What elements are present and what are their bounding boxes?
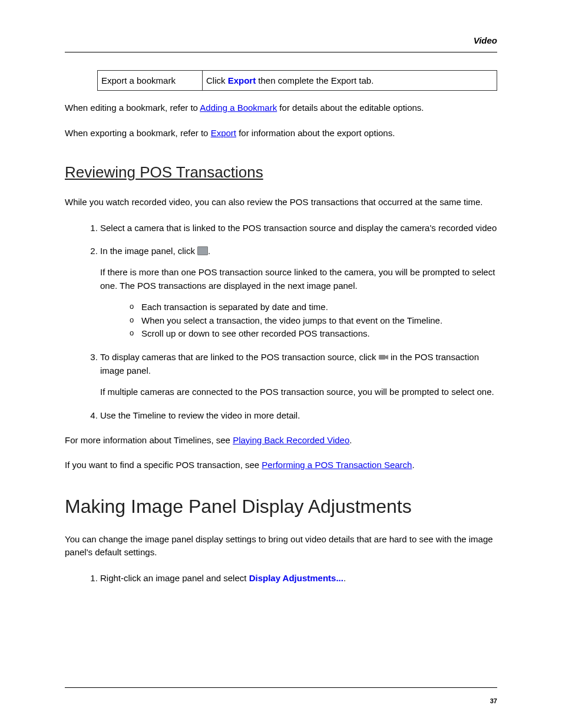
paragraph-pos-intro: While you watch recorded video, you can … (65, 196, 497, 209)
pos-steps-list: Select a camera that is linked to the PO… (65, 221, 497, 422)
text: . (412, 460, 414, 470)
list-item: Scroll up or down to see other recorded … (130, 327, 497, 341)
text: . (349, 435, 352, 445)
export-keyword: Export (228, 75, 256, 85)
paragraph-exporting-bookmark: When exporting a bookmark, refer to Expo… (65, 127, 497, 140)
table-row: Export a bookmark Click Export then comp… (98, 71, 497, 91)
footer-rule (65, 687, 497, 688)
header-section-label: Video (474, 35, 497, 45)
link-playing-back-video[interactable]: Playing Back Recorded Video (233, 435, 349, 445)
text: . (208, 246, 210, 256)
text: for information about the export options… (236, 128, 395, 138)
table-cell-desc: Click Export then complete the Export ta… (203, 71, 497, 91)
paragraph-pos-search-link: If you want to find a specific POS trans… (65, 459, 497, 472)
list-item: To display cameras that are linked to th… (100, 350, 497, 399)
text: If you want to find a specific POS trans… (65, 460, 262, 470)
text: To display cameras that are linked to th… (100, 352, 379, 362)
svg-marker-1 (385, 355, 388, 360)
link-adding-bookmark[interactable]: Adding a Bookmark (200, 103, 277, 113)
text: For more information about Timelines, se… (65, 435, 233, 445)
text: When editing a bookmark, refer to (65, 103, 200, 113)
link-export[interactable]: Export (211, 128, 236, 138)
header-rule (65, 52, 497, 52)
svg-rect-0 (379, 355, 385, 360)
text: . (343, 573, 346, 583)
pos-panel-icon (197, 246, 208, 255)
page-number: 37 (490, 697, 497, 704)
document-page: Video Export a bookmark Click Export the… (0, 0, 562, 728)
heading-image-panel-adjustments: Making Image Panel Display Adjustments (65, 496, 497, 518)
text: for details about the editable options. (277, 103, 424, 113)
list-item: Select a camera that is linked to the PO… (100, 221, 497, 235)
bookmark-action-table: Export a bookmark Click Export then comp… (97, 70, 497, 91)
list-item: In the image panel, click . If there is … (100, 244, 497, 341)
paragraph-adjustments-intro: You can change the image panel display s… (65, 533, 497, 559)
link-pos-transaction-search[interactable]: Performing a POS Transaction Search (262, 460, 412, 470)
text: then complete the Export tab. (256, 75, 373, 85)
text: Right-click an image panel and select (100, 573, 249, 583)
paragraph-timelines-link: For more information about Timelines, se… (65, 434, 497, 447)
display-adjustments-keyword: Display Adjustments... (249, 573, 343, 583)
list-item: Right-click an image panel and select Di… (100, 571, 497, 585)
list-item: Each transaction is separated by date an… (130, 301, 497, 314)
table-cell-action: Export a bookmark (98, 71, 203, 91)
text: Click (206, 75, 228, 85)
text: When exporting a bookmark, refer to (65, 128, 211, 138)
pos-sublist: Each transaction is separated by date an… (100, 301, 497, 341)
text: Use the Timeline to review the video in … (100, 410, 300, 420)
list-item: Use the Timeline to review the video in … (100, 409, 497, 422)
adjustments-steps-list: Right-click an image panel and select Di… (65, 571, 497, 585)
paragraph-editing-bookmark: When editing a bookmark, refer to Adding… (65, 101, 497, 115)
text: If multiple cameras are connected to the… (100, 386, 497, 399)
text: Select a camera that is linked to the PO… (100, 223, 497, 233)
heading-reviewing-pos: Reviewing POS Transactions (65, 163, 497, 182)
list-item: When you select a transaction, the video… (130, 314, 497, 328)
camera-icon (379, 353, 388, 361)
text: In the image panel, click (100, 246, 197, 256)
text: If there is more than one POS transactio… (100, 266, 497, 292)
